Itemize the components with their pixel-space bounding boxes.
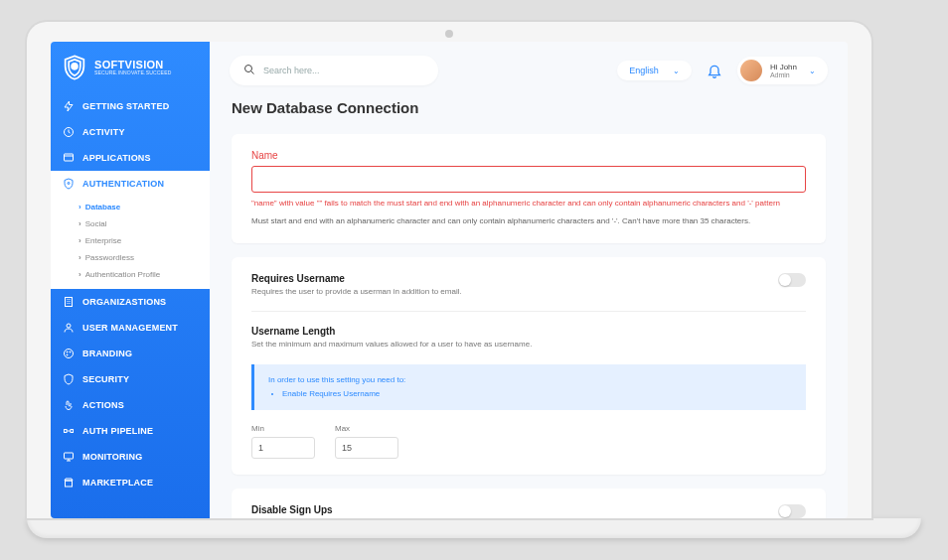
sidebar-item-activity[interactable]: ACTIVITY xyxy=(51,119,210,145)
svg-rect-4 xyxy=(66,298,73,307)
max-input[interactable] xyxy=(335,437,398,459)
language-selector[interactable]: English ⌄ xyxy=(617,61,692,80)
user-menu[interactable]: Hi John Admin ⌄ xyxy=(737,57,828,84)
chevron-down-icon: ⌄ xyxy=(673,67,680,75)
name-input[interactable] xyxy=(251,166,806,193)
search-container xyxy=(230,56,438,85)
avatar xyxy=(740,60,762,81)
sidebar-item-label: ACTIONS xyxy=(82,400,124,410)
name-label: Name xyxy=(251,150,806,161)
sidebar: SOFTVISION SECURE.INNOVATE.SUCCEED GETTI… xyxy=(51,42,210,518)
pipeline-icon xyxy=(63,425,75,437)
max-label: Max xyxy=(335,424,398,433)
sidebar-sub-enterprise[interactable]: Enterprise xyxy=(51,232,210,249)
sidebar-item-getting-started[interactable]: GETTING STARTED xyxy=(51,93,210,119)
info-heading: In order to use this setting you need to… xyxy=(268,374,792,386)
divider xyxy=(251,311,806,312)
svg-rect-12 xyxy=(65,453,74,459)
svg-rect-2 xyxy=(65,154,74,161)
username-length-desc: Set the minimum and maximum values allow… xyxy=(251,340,806,350)
laptop-base xyxy=(27,518,921,538)
info-box: In order to use this setting you need to… xyxy=(251,364,806,410)
name-error: "name" with value "" fails to match the … xyxy=(251,199,806,209)
sidebar-item-branding[interactable]: BRANDING xyxy=(51,341,210,366)
shield-icon xyxy=(63,373,75,385)
svg-rect-11 xyxy=(71,430,74,433)
username-length-title: Username Length xyxy=(251,326,806,337)
svg-point-14 xyxy=(245,66,252,72)
apps-icon xyxy=(63,152,75,164)
name-help: Must start and end with an alphanumeric … xyxy=(251,216,806,226)
page-title: New Database Connection xyxy=(232,99,826,116)
disable-signups-title: Disable Sign Ups xyxy=(251,504,333,515)
palette-icon xyxy=(63,348,75,359)
brand-tagline: SECURE.INNOVATE.SUCCEED xyxy=(94,70,171,75)
svg-point-6 xyxy=(65,350,74,358)
svg-point-0 xyxy=(72,64,78,70)
disable-signups-toggle[interactable] xyxy=(778,504,806,518)
disable-signups-card: Disable Sign Ups xyxy=(232,489,826,518)
store-icon xyxy=(63,477,75,489)
svg-point-8 xyxy=(70,351,71,352)
language-label: English xyxy=(629,66,659,75)
min-label: Min xyxy=(251,424,315,433)
sidebar-item-security[interactable]: SECURITY xyxy=(51,366,210,392)
sidebar-item-label: USER MANAGEMENT xyxy=(82,323,178,333)
svg-rect-13 xyxy=(66,481,73,487)
min-input[interactable] xyxy=(251,437,315,459)
sidebar-item-applications[interactable]: APPLICATIONS xyxy=(51,145,210,171)
svg-rect-10 xyxy=(65,430,68,433)
requires-username-title: Requires Username xyxy=(251,273,462,284)
sidebar-sub-passwordless[interactable]: Passwordless xyxy=(51,249,210,266)
chevron-down-icon: ⌄ xyxy=(809,67,816,75)
sidebar-sub-database[interactable]: Database xyxy=(51,199,210,215)
search-icon xyxy=(243,62,255,79)
info-item: Enable Requires Username xyxy=(282,388,792,400)
sidebar-item-actions[interactable]: ACTIONS xyxy=(51,392,210,418)
sidebar-sub-social[interactable]: Social xyxy=(51,215,210,232)
user-role: Admin xyxy=(770,71,797,78)
sidebar-item-label: APPLICATIONS xyxy=(82,153,151,163)
hand-icon xyxy=(63,399,75,411)
brand-logo: SOFTVISION SECURE.INNOVATE.SUCCEED xyxy=(51,42,210,93)
requires-username-toggle[interactable] xyxy=(778,273,806,287)
sidebar-item-label: BRANDING xyxy=(82,349,132,358)
name-card: Name "name" with value "" fails to match… xyxy=(232,134,826,243)
monitor-icon xyxy=(63,451,75,463)
fingerprint-icon xyxy=(63,178,75,190)
building-icon xyxy=(63,296,75,308)
svg-point-5 xyxy=(67,324,71,328)
sidebar-item-label: SECURITY xyxy=(82,374,129,384)
requires-username-desc: Requires the user to provide a userman i… xyxy=(251,287,462,297)
notifications-button[interactable] xyxy=(706,62,723,79)
sidebar-item-auth-pipeline[interactable]: AUTH PIPELINE xyxy=(51,418,210,444)
username-settings-card: Requires Username Requires the user to p… xyxy=(232,257,826,475)
sidebar-item-label: AUTH PIPELINE xyxy=(82,426,153,436)
sidebar-item-label: MARKETPLACE xyxy=(82,478,153,488)
sidebar-sub-auth-profile[interactable]: Authentication Profile xyxy=(51,266,210,283)
sidebar-item-user-management[interactable]: USER MANAGEMENT xyxy=(51,315,210,341)
search-input[interactable] xyxy=(263,66,424,75)
sidebar-item-label: MONITORING xyxy=(82,452,142,462)
sidebar-item-marketplace[interactable]: MARKETPLACE xyxy=(51,470,210,495)
sidebar-item-label: AUTHENTICATION xyxy=(82,179,164,189)
users-icon xyxy=(63,322,75,334)
svg-point-9 xyxy=(67,354,68,355)
sidebar-item-authentication[interactable]: AUTHENTICATION xyxy=(51,171,210,197)
svg-point-7 xyxy=(67,351,68,352)
sidebar-item-label: ORGANIZASTIONS xyxy=(82,297,166,307)
sidebar-item-monitoring[interactable]: MONITORING xyxy=(51,444,210,470)
activity-icon xyxy=(63,126,75,138)
user-greeting: Hi John xyxy=(770,64,797,71)
topbar: English ⌄ Hi John Admin ⌄ xyxy=(210,42,848,99)
sidebar-item-label: ACTIVITY xyxy=(82,127,125,137)
shield-logo-icon xyxy=(61,54,88,81)
bolt-icon xyxy=(63,100,75,112)
sidebar-item-label: GETTING STARTED xyxy=(82,101,169,111)
sidebar-item-organizations[interactable]: ORGANIZASTIONS xyxy=(51,289,210,315)
laptop-camera xyxy=(445,30,453,38)
svg-point-3 xyxy=(68,183,70,185)
